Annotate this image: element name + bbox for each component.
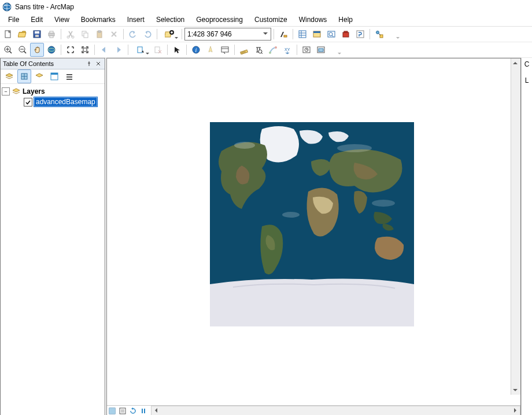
scroll-left-icon[interactable] bbox=[152, 406, 161, 414]
list-by-source-button[interactable] bbox=[17, 69, 31, 83]
menu-help[interactable]: Help bbox=[332, 14, 359, 25]
clear-selection-button[interactable] bbox=[151, 43, 165, 57]
time-slider-button[interactable] bbox=[300, 43, 313, 57]
save-button[interactable] bbox=[30, 27, 44, 41]
toc-toolbar bbox=[1, 69, 105, 84]
layer-label[interactable]: advancedBasemap bbox=[34, 97, 97, 106]
list-by-drawing-order-button[interactable] bbox=[2, 69, 16, 83]
measure-button[interactable] bbox=[237, 43, 251, 57]
toolbar-options-icon[interactable] bbox=[387, 27, 401, 41]
svg-text:i: i bbox=[195, 47, 197, 53]
svg-rect-5 bbox=[35, 31, 39, 34]
menu-edit[interactable]: Edit bbox=[25, 14, 49, 25]
menu-customize[interactable]: Customize bbox=[249, 14, 293, 25]
menu-bookmarks[interactable]: Bookmarks bbox=[75, 14, 121, 25]
svg-rect-50 bbox=[51, 73, 58, 75]
viewer-window-button[interactable] bbox=[314, 43, 328, 57]
horizontal-scrollbar[interactable] bbox=[151, 406, 520, 415]
collapse-icon[interactable]: − bbox=[2, 87, 10, 96]
close-icon[interactable] bbox=[94, 60, 102, 68]
full-extent-button[interactable] bbox=[45, 43, 58, 57]
vertical-scrollbar[interactable] bbox=[511, 58, 520, 395]
forward-button[interactable] bbox=[112, 43, 125, 57]
pin-icon[interactable] bbox=[85, 60, 93, 68]
menu-geoprocessing[interactable]: Geoprocessing bbox=[190, 14, 249, 25]
python-button[interactable] bbox=[353, 27, 367, 41]
go-to-xy-button[interactable]: XY bbox=[280, 43, 294, 57]
cut-button[interactable] bbox=[64, 27, 77, 41]
toc-title: Table Of Contents bbox=[3, 60, 54, 67]
svg-point-41 bbox=[269, 52, 271, 54]
tools-toolbar: i XY bbox=[0, 42, 532, 58]
table-of-contents-panel: Table Of Contents − Layers advancedBasem… bbox=[0, 58, 105, 415]
right-tab-0[interactable]: C bbox=[524, 60, 530, 68]
copy-button[interactable] bbox=[78, 27, 92, 41]
scroll-down-icon[interactable] bbox=[511, 385, 519, 395]
svg-rect-6 bbox=[35, 35, 39, 37]
pause-drawing-button[interactable] bbox=[139, 406, 148, 415]
find-button[interactable] bbox=[252, 43, 265, 57]
back-button[interactable] bbox=[97, 43, 111, 57]
tools-options-icon[interactable] bbox=[328, 43, 342, 57]
svg-rect-65 bbox=[142, 409, 143, 413]
svg-rect-47 bbox=[319, 49, 323, 52]
scroll-right-icon[interactable] bbox=[511, 406, 520, 414]
select-features-button[interactable] bbox=[131, 43, 150, 57]
svg-rect-35 bbox=[155, 47, 160, 53]
refresh-button[interactable] bbox=[128, 406, 138, 415]
layers-root-row[interactable]: − Layers bbox=[2, 86, 104, 97]
menu-file[interactable]: File bbox=[2, 14, 25, 25]
layer-row[interactable]: advancedBasemap bbox=[2, 97, 104, 107]
menu-windows[interactable]: Windows bbox=[293, 14, 333, 25]
table-of-contents-button[interactable] bbox=[295, 27, 309, 41]
new-button[interactable] bbox=[1, 27, 15, 41]
add-data-button[interactable] bbox=[160, 27, 179, 41]
undo-button[interactable] bbox=[126, 27, 140, 41]
redo-button[interactable] bbox=[141, 27, 154, 41]
model-builder-button[interactable] bbox=[372, 27, 386, 41]
svg-rect-52 bbox=[66, 76, 72, 78]
toc-options-button[interactable] bbox=[62, 69, 76, 83]
list-by-visibility-button[interactable] bbox=[32, 69, 46, 83]
paste-button[interactable] bbox=[93, 27, 106, 41]
menu-insert[interactable]: Insert bbox=[121, 14, 150, 25]
svg-point-58 bbox=[337, 144, 372, 152]
menu-selection[interactable]: Selection bbox=[150, 14, 190, 25]
svg-rect-7 bbox=[49, 33, 54, 36]
svg-rect-24 bbox=[343, 32, 349, 37]
catalog-button[interactable] bbox=[310, 27, 324, 41]
map-footer bbox=[107, 405, 520, 415]
fixed-zoom-out-button[interactable] bbox=[78, 43, 92, 57]
hyperlink-button[interactable] bbox=[204, 43, 217, 57]
toc-tree: − Layers advancedBasemap bbox=[1, 84, 105, 415]
open-button[interactable] bbox=[16, 27, 29, 41]
pan-button[interactable] bbox=[30, 43, 44, 57]
layout-view-button[interactable] bbox=[118, 406, 127, 415]
layer-visibility-checkbox[interactable] bbox=[24, 98, 32, 106]
zoom-out-button[interactable] bbox=[16, 43, 29, 57]
svg-rect-64 bbox=[121, 409, 124, 413]
list-by-selection-button[interactable] bbox=[47, 69, 61, 83]
identify-button[interactable]: i bbox=[189, 43, 203, 57]
scroll-up-icon[interactable] bbox=[511, 58, 519, 68]
fixed-zoom-in-button[interactable] bbox=[64, 43, 77, 57]
map-canvas[interactable] bbox=[107, 58, 520, 405]
svg-point-60 bbox=[372, 200, 395, 207]
html-popup-button[interactable] bbox=[218, 43, 232, 57]
search-button[interactable] bbox=[324, 27, 338, 41]
scale-input[interactable] bbox=[184, 28, 271, 41]
delete-button[interactable] bbox=[107, 27, 121, 41]
zoom-in-button[interactable] bbox=[1, 43, 15, 57]
menu-bar: File Edit View Bookmarks Insert Selectio… bbox=[0, 13, 532, 27]
right-tab-1[interactable]: L bbox=[525, 76, 529, 85]
editor-toolbar-button[interactable] bbox=[276, 27, 290, 41]
menu-view[interactable]: View bbox=[49, 14, 75, 25]
find-route-button[interactable] bbox=[266, 43, 280, 57]
svg-rect-19 bbox=[299, 31, 306, 38]
arc-toolbox-button[interactable] bbox=[339, 27, 353, 41]
data-view-button[interactable] bbox=[108, 406, 117, 415]
svg-rect-34 bbox=[138, 47, 142, 53]
select-elements-button[interactable] bbox=[170, 43, 184, 57]
print-button[interactable] bbox=[45, 27, 58, 41]
app-icon bbox=[2, 2, 12, 12]
